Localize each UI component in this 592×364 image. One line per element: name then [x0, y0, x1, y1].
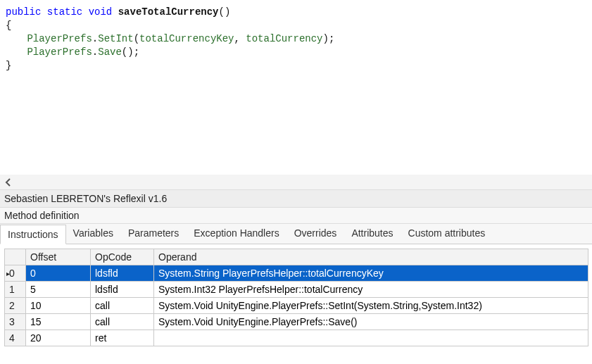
- cell-opcode: call: [91, 298, 154, 314]
- tab-overrides[interactable]: Overrides: [287, 224, 345, 244]
- table-row[interactable]: 2 10 call System.Void UnityEngine.Player…: [5, 298, 588, 314]
- cell-offset: 15: [26, 314, 91, 330]
- cell-operand: System.Void UnityEngine.PlayerPrefs::Set…: [154, 298, 588, 314]
- cell-operand: System.String PlayerPrefsHelper::totalCu…: [154, 265, 588, 282]
- col-offset[interactable]: Offset: [26, 249, 91, 265]
- panel-title: Sebastien LEBRETON's Reflexil v1.6: [0, 190, 592, 208]
- cell-opcode: ldsfld: [91, 282, 154, 298]
- instructions-grid[interactable]: Offset OpCode Operand ▸0 0 ldsfld System…: [4, 249, 588, 346]
- grid-corner: [5, 249, 26, 265]
- cell-offset: 5: [26, 282, 91, 298]
- chevron-left-icon[interactable]: [4, 178, 13, 187]
- table-row[interactable]: ▸0 0 ldsfld System.String PlayerPrefsHel…: [5, 265, 588, 282]
- table-row[interactable]: 3 15 call System.Void UnityEngine.Player…: [5, 314, 588, 330]
- tab-bar: Instructions Variables Parameters Except…: [0, 224, 592, 244]
- cell-operand: System.Void UnityEngine.PlayerPrefs::Sav…: [154, 314, 588, 330]
- tab-attributes[interactable]: Attributes: [344, 224, 401, 244]
- table-row[interactable]: 1 5 ldsfld System.Int32 PlayerPrefsHelpe…: [5, 282, 588, 298]
- code-line-signature: public static void saveTotalCurrency(): [6, 6, 586, 19]
- grid-header-row: Offset OpCode Operand: [5, 249, 588, 265]
- cell-operand: System.Int32 PlayerPrefsHelper::totalCur…: [154, 282, 588, 298]
- tab-instructions[interactable]: Instructions: [0, 225, 66, 244]
- row-index: 2: [5, 298, 26, 314]
- cell-opcode: call: [91, 314, 154, 330]
- row-index: 4: [5, 330, 26, 346]
- method-parens: (): [219, 6, 231, 18]
- horizontal-scrollbar[interactable]: [0, 175, 592, 190]
- method-name: saveTotalCurrency: [118, 6, 219, 18]
- tab-custom-attributes[interactable]: Custom attributes: [401, 224, 493, 244]
- cell-opcode: ret: [91, 330, 154, 346]
- col-operand[interactable]: Operand: [154, 249, 588, 265]
- row-index: ▸0: [5, 265, 26, 282]
- keyword-public: public: [6, 6, 41, 18]
- code-editor: public static void saveTotalCurrency() {…: [0, 0, 592, 175]
- tab-variables[interactable]: Variables: [66, 224, 121, 244]
- panel-subtitle: Method definition: [0, 208, 592, 224]
- keyword-static: static: [47, 6, 82, 18]
- tab-exception-handlers[interactable]: Exception Handlers: [187, 224, 286, 244]
- row-index: 3: [5, 314, 26, 330]
- col-opcode[interactable]: OpCode: [91, 249, 154, 265]
- code-line-2: PlayerPrefs.Save();: [6, 46, 586, 59]
- keyword-void: void: [89, 6, 113, 18]
- brace-close: }: [6, 59, 586, 73]
- code-line-1: PlayerPrefs.SetInt(totalCurrencyKey, tot…: [6, 32, 586, 46]
- cell-offset: 10: [26, 298, 91, 314]
- brace-open: {: [6, 19, 586, 32]
- table-row[interactable]: 4 20 ret: [5, 330, 588, 346]
- current-row-icon: ▸: [6, 270, 10, 277]
- cell-offset: 0: [26, 265, 91, 282]
- cell-operand: [154, 330, 588, 346]
- cell-offset: 20: [26, 330, 91, 346]
- row-index: 1: [5, 282, 26, 298]
- cell-opcode: ldsfld: [91, 265, 154, 282]
- tab-parameters[interactable]: Parameters: [121, 224, 187, 244]
